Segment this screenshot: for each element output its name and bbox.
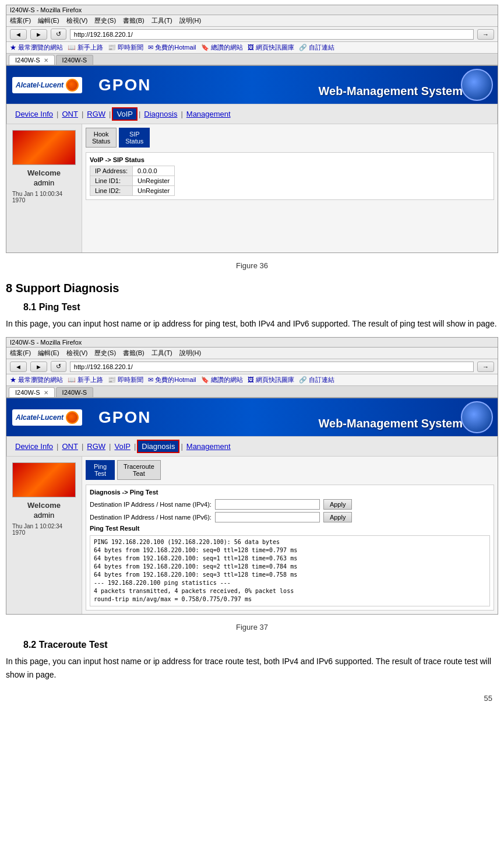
nav-management-2[interactable]: Management [184,442,233,451]
bookmark-gallery-2[interactable]: 🖼 網頁快訊圖庫 [248,376,294,384]
welcome-text-1: Welcome [27,169,61,177]
right-panel-1: HookStatus SIPStatus VoIP -> SIP Status … [82,124,498,252]
sub-nav-voip: HookStatus SIPStatus [86,128,494,148]
bookmark-gallery[interactable]: 🖼 網頁快訊圖庫 [248,43,294,52]
bookmark-popular[interactable]: ★ 最常瀏覽的網站 [10,43,63,52]
admin-text-2: admin [34,511,54,520]
diag-title: Diagnosis -> Ping Test [90,489,490,496]
main-layout-1: Welcome admin Thu Jan 1 10:00:34 1970 Ho… [6,124,498,252]
left-panel-image-2 [12,462,76,497]
voip-status-title: VoIP -> SIP Status [90,156,490,163]
tab-1-inactive[interactable]: I240W-S [56,55,94,65]
bookmark-sites[interactable]: 🔖 總讚的網站 [201,43,243,52]
browser-menu-bar-1[interactable]: 檔案(F) 編輯(E) 檢視(V) 歷史(S) 書籤(B) 工具(T) 說明(H… [6,15,498,27]
menu-tools-1[interactable]: 工具(T) [151,16,172,25]
table-row: Line ID2: UnRegister [90,186,175,196]
refresh-button-1[interactable]: ↺ [51,29,66,40]
go-button-1[interactable]: → [477,29,494,40]
sip-status-tab[interactable]: SIPStatus [119,128,150,148]
line-id2-value: UnRegister [133,186,175,196]
globe-icon-2 [461,401,493,433]
bookmark-custom-2[interactable]: 🔗 自訂連結 [299,376,334,384]
apply-btn-ipv4[interactable]: Apply [323,499,353,510]
nav-voip-2[interactable]: VoIP [112,442,132,451]
menu-bookmarks-1[interactable]: 書籤(B) [123,16,144,25]
ping-result-line-8: round-trip min/avg/max = 0.758/0.775/0.7… [94,595,486,604]
menu-view-1[interactable]: 檢視(V) [66,16,88,25]
nav-device-info-1[interactable]: Device Info [13,110,55,118]
refresh-button-2[interactable]: ↺ [51,361,66,372]
tab-1-close[interactable]: ✕ [44,57,48,64]
go-button-2[interactable]: → [477,362,494,372]
bookmark-sites-2[interactable]: 🔖 總讚的網站 [201,376,243,384]
bookmark-popular-2[interactable]: ★ 最常瀏覽的網站 [10,376,63,384]
section-8-2-heading: 8.2 Traceroute Test [23,640,504,650]
back-button-1[interactable]: ◄ [10,29,27,40]
table-row: Line ID1: UnRegister [90,176,175,186]
ping-test-tab[interactable]: PingTest [86,460,115,480]
tab-2-inactive[interactable]: I240W-S [56,387,94,397]
browser-menu-bar-2[interactable]: 檔案(F) 編輯(E) 檢視(V) 歷史(S) 書籤(B) 工具(T) 說明(H… [6,348,498,359]
ipv4-input[interactable] [215,499,320,510]
address-bar-2[interactable] [70,362,474,372]
browser-title-2: I240W-S - Mozilla Firefox [10,339,82,346]
nav-diagnosis-2[interactable]: Diagnosis [137,440,179,453]
nav-voip-1[interactable]: VoIP [112,107,137,121]
menu-history-2[interactable]: 歷史(S) [94,349,116,357]
nav-rgw-1[interactable]: RGW [84,110,108,118]
menu-file-2[interactable]: 檔案(F) [10,349,31,357]
section-8-1-text: In this page, you can input host name or… [0,317,504,330]
menu-edit-2[interactable]: 編輯(E) [38,349,59,357]
nav-rgw-2[interactable]: RGW [84,442,108,451]
bookmark-custom[interactable]: 🔗 自訂連結 [299,43,334,52]
browser-titlebar-2: I240W-S - Mozilla Firefox [6,338,498,348]
admin-text-1: admin [34,178,54,187]
nav-management-1[interactable]: Management [184,110,233,118]
hook-status-tab[interactable]: HookStatus [86,128,117,148]
browser-chrome-2: I240W-S - Mozilla Firefox 檔案(F) 編輯(E) 檢視… [6,338,498,398]
left-panel-1: Welcome admin Thu Jan 1 10:00:34 1970 [6,124,82,252]
tab-2-close[interactable]: ✕ [44,390,48,396]
wms-title-2: Web-Management System [319,417,463,430]
bookmark-news[interactable]: 📰 即時新聞 [108,43,143,52]
welcome-text-2: Welcome [27,501,61,510]
bookmark-beginner[interactable]: 📖 新手上路 [68,43,103,52]
ipv6-input[interactable] [215,512,320,522]
menu-help-2[interactable]: 說明(H) [179,349,201,357]
tab-1-active[interactable]: I240W-S ✕ [9,55,55,65]
nav-diagnosis-1[interactable]: Diagnosis [142,110,179,118]
alcatel-brand-2: Alcatel·Lucent [16,413,64,422]
menu-help-1[interactable]: 說明(H) [179,16,201,25]
bookmark-hotmail[interactable]: ✉ 免費的Hotmail [148,43,196,52]
forward-button-1[interactable]: ► [30,29,47,40]
nav-ont-1[interactable]: ONT [59,110,80,118]
menu-bookmarks-2[interactable]: 書籤(B) [123,349,144,357]
tab-bar-2: I240W-S ✕ I240W-S [6,386,498,398]
bookmark-hotmail-2[interactable]: ✉ 免費的Hotmail [148,376,196,384]
wms-header-1: Alcatel·Lucent GPON Web-Management Syste… [6,66,498,104]
menu-edit-1[interactable]: 編輯(E) [38,16,59,25]
forward-button-2[interactable]: ► [30,362,47,372]
ping-result-line-2: 64 bytes from 192.168.220.100: seq=0 ttl… [94,546,486,555]
alcatel-logo-icon-1 [66,79,79,92]
bookmark-news-2[interactable]: 📰 即時新聞 [108,376,143,384]
menu-view-2[interactable]: 檢視(V) [66,349,88,357]
ping-result-line-3: 64 bytes from 192.168.220.100: seq=1 ttl… [94,555,486,563]
bookmark-beginner-2[interactable]: 📖 新手上路 [68,376,103,384]
apply-btn-ipv6[interactable]: Apply [323,512,353,522]
menu-history-1[interactable]: 歷史(S) [94,16,116,25]
ping-result-title: Ping Test Result [90,525,490,532]
traceroute-tab[interactable]: TracerouteTeat [117,460,161,480]
ipv6-label: Destination IP Address / Host name (IPv6… [90,514,212,521]
nav-ont-2[interactable]: ONT [59,442,80,451]
tab-2-active[interactable]: I240W-S ✕ [9,387,55,397]
back-button-2[interactable]: ◄ [10,362,27,372]
browser-bookmarks-1: ★ 最常瀏覽的網站 📖 新手上路 📰 即時新聞 ✉ 免費的Hotmail 🔖 總… [6,42,498,54]
page-number: 55 [0,688,504,708]
alcatel-logo-icon-2 [66,411,79,424]
datetime-text-1: Thu Jan 1 10:00:34 1970 [12,191,76,204]
menu-tools-2[interactable]: 工具(T) [151,349,172,357]
address-bar-1[interactable] [70,29,474,40]
menu-file-1[interactable]: 檔案(F) [10,16,31,25]
nav-device-info-2[interactable]: Device Info [13,442,55,451]
